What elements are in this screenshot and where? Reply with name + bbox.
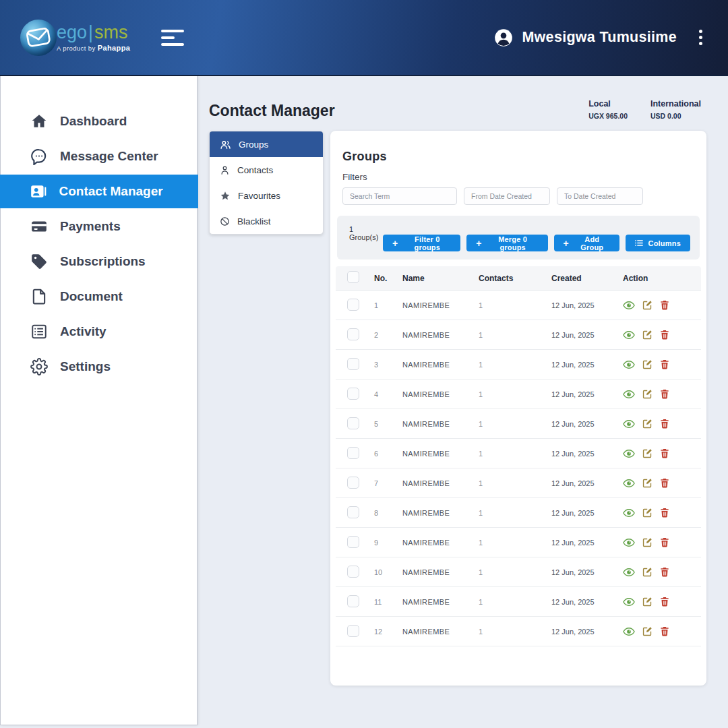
contact-card-icon: [30, 183, 47, 200]
view-group-button[interactable]: [623, 449, 635, 458]
brand-tagline: A product by Pahappa: [57, 44, 130, 52]
groups-table: No. Name Contacts Created Action 1 NAMIR…: [336, 266, 701, 646]
row-checkbox[interactable]: [347, 625, 359, 637]
subnav-item-favourites[interactable]: Favourites: [210, 183, 323, 208]
sidebar-item-subscriptions[interactable]: Subscriptions: [1, 245, 197, 278]
edit-group-button[interactable]: [642, 419, 653, 429]
trash-icon: [660, 567, 669, 577]
delete-group-button[interactable]: [660, 419, 669, 429]
view-group-button[interactable]: [623, 627, 635, 636]
sidebar-item-contact-manager[interactable]: Contact Manager: [0, 175, 198, 208]
local-balance-value: UGX 965.00: [588, 112, 628, 120]
subnav-item-blacklist[interactable]: Blacklist: [210, 208, 323, 234]
edit-group-button[interactable]: [642, 359, 653, 369]
kebab-menu-icon[interactable]: [696, 27, 705, 48]
row-number: 1: [374, 301, 402, 309]
edit-group-button[interactable]: [642, 508, 653, 518]
delete-group-button[interactable]: [660, 389, 669, 399]
delete-group-button[interactable]: [660, 626, 669, 636]
merge-groups-button[interactable]: + Merge 0 groups: [466, 235, 547, 251]
edit-group-button[interactable]: [642, 626, 653, 636]
sidebar-item-payments[interactable]: Payments: [1, 210, 197, 243]
row-checkbox[interactable]: [347, 417, 359, 429]
trash-icon: [660, 389, 669, 399]
row-checkbox[interactable]: [347, 299, 359, 311]
row-checkbox[interactable]: [347, 477, 359, 489]
edit-group-button[interactable]: [642, 300, 653, 310]
view-group-button[interactable]: [623, 538, 635, 547]
delete-group-button[interactable]: [660, 478, 669, 488]
row-checkbox[interactable]: [347, 447, 359, 459]
delete-group-button[interactable]: [660, 508, 669, 518]
delete-group-button[interactable]: [660, 597, 669, 607]
edit-group-button[interactable]: [642, 478, 653, 488]
edit-group-button[interactable]: [642, 597, 653, 607]
local-balance: Local UGX 965.00: [588, 99, 628, 120]
group-count: 1 Group(s): [349, 222, 383, 241]
delete-group-button[interactable]: [660, 330, 669, 340]
from-date-input[interactable]: [464, 187, 550, 205]
subnav-item-label: Favourites: [238, 191, 280, 201]
egosms-logo[interactable]: ego|sms A product by Pahappa: [20, 20, 130, 56]
edit-group-button[interactable]: [642, 567, 653, 577]
sidebar-item-settings[interactable]: Settings: [1, 350, 197, 384]
delete-group-button[interactable]: [660, 537, 669, 547]
columns-button[interactable]: Columns: [626, 235, 690, 251]
to-date-input[interactable]: [557, 187, 643, 205]
sidebar-item-dashboard[interactable]: Dashboard: [1, 104, 197, 138]
edit-icon: [642, 419, 653, 429]
view-group-button[interactable]: [623, 419, 635, 429]
row-checkbox[interactable]: [347, 328, 359, 340]
sidebar-item-message-center[interactable]: Message Center: [1, 140, 197, 173]
contact-manager-subnav: Groups Contacts: [209, 131, 324, 235]
view-group-button[interactable]: [623, 390, 635, 399]
row-checkbox[interactable]: [347, 536, 359, 548]
created-date: 12 Jun, 2025: [551, 331, 623, 339]
row-checkbox[interactable]: [347, 506, 359, 518]
row-checkbox[interactable]: [347, 566, 359, 578]
sidebar-item-document[interactable]: Document: [1, 280, 197, 313]
table-row: 11 NAMIREMBE 1 12 Jun, 2025: [336, 587, 701, 617]
row-checkbox[interactable]: [347, 358, 359, 370]
groups-heading: Groups: [342, 150, 701, 164]
filter-groups-button[interactable]: + Filter 0 groups: [383, 235, 460, 251]
row-checkbox[interactable]: [347, 388, 359, 400]
edit-icon: [642, 330, 653, 340]
edit-group-button[interactable]: [642, 389, 653, 399]
group-name: NAMIREMBE: [402, 331, 479, 339]
delete-group-button[interactable]: [660, 448, 669, 458]
view-group-button[interactable]: [623, 360, 635, 369]
eye-icon: [623, 627, 635, 636]
delete-group-button[interactable]: [660, 359, 669, 369]
user-avatar-icon[interactable]: [494, 28, 513, 47]
row-number: 5: [374, 420, 402, 428]
table-row: 3 NAMIREMBE 1 12 Jun, 2025: [336, 350, 701, 380]
sidebar-item-activity[interactable]: Activity: [1, 315, 197, 348]
delete-group-button[interactable]: [660, 567, 669, 577]
select-all-checkbox[interactable]: [347, 271, 359, 283]
delete-group-button[interactable]: [660, 300, 669, 310]
trash-icon: [660, 448, 669, 458]
edit-group-button[interactable]: [642, 448, 653, 458]
contacts-count: 1: [479, 420, 551, 428]
view-group-button[interactable]: [623, 568, 635, 577]
credit-card-icon: [30, 218, 48, 235]
edit-group-button[interactable]: [642, 330, 653, 340]
hamburger-menu-icon[interactable]: [161, 30, 184, 46]
user-name[interactable]: Mwesigwa Tumusiime: [522, 29, 677, 46]
envelope-sphere-icon: [20, 20, 57, 56]
subnav-item-contacts[interactable]: Contacts: [210, 157, 323, 183]
sidebar-item-label: Dashboard: [60, 114, 127, 129]
view-group-button[interactable]: [623, 508, 635, 518]
add-group-button[interactable]: + Add Group: [554, 235, 619, 251]
subnav-item-groups[interactable]: Groups: [210, 131, 323, 157]
view-group-button[interactable]: [623, 479, 635, 488]
view-group-button[interactable]: [623, 330, 635, 340]
row-checkbox[interactable]: [347, 595, 359, 607]
view-group-button[interactable]: [623, 597, 635, 607]
contacts-count: 1: [479, 628, 551, 636]
sidebar-item-label: Payments: [60, 219, 121, 234]
edit-group-button[interactable]: [642, 537, 653, 547]
view-group-button[interactable]: [623, 301, 635, 310]
search-term-input[interactable]: [342, 187, 457, 205]
